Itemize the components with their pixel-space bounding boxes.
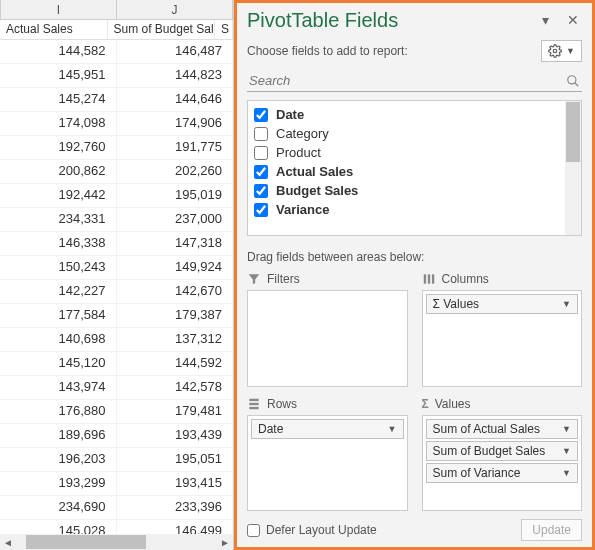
columns-dropzone[interactable]: Σ Values▼ [422, 290, 583, 387]
table-row[interactable]: 192,760191,775 [0, 136, 233, 160]
cell[interactable]: 150,243 [0, 256, 117, 279]
defer-layout-checkbox[interactable] [247, 524, 260, 537]
cell[interactable]: 174,906 [117, 112, 234, 135]
field-item[interactable]: Budget Sales [254, 181, 575, 200]
table-row[interactable]: 176,880179,481 [0, 400, 233, 424]
field-item[interactable]: Date [254, 105, 575, 124]
area-chip[interactable]: Σ Values▼ [426, 294, 579, 314]
cell[interactable]: 144,823 [117, 64, 234, 87]
cell[interactable]: 147,318 [117, 232, 234, 255]
field-item[interactable]: Actual Sales [254, 162, 575, 181]
cell[interactable]: 174,098 [0, 112, 117, 135]
scroll-left-arrow[interactable]: ◄ [0, 534, 16, 550]
area-chip[interactable]: Sum of Budget Sales▼ [426, 441, 579, 461]
search-input[interactable] [249, 73, 566, 88]
cell[interactable]: 145,274 [0, 88, 117, 111]
table-row[interactable]: 234,331237,000 [0, 208, 233, 232]
cell[interactable]: 192,760 [0, 136, 117, 159]
table-row[interactable]: 145,274144,646 [0, 88, 233, 112]
cell[interactable]: 202,260 [117, 160, 234, 183]
table-row[interactable]: 234,690233,396 [0, 496, 233, 520]
table-row[interactable]: 174,098174,906 [0, 112, 233, 136]
rows-dropzone[interactable]: Date▼ [247, 415, 408, 512]
field-checkbox[interactable] [254, 203, 268, 217]
cell[interactable]: 137,312 [117, 328, 234, 351]
cell[interactable]: 145,951 [0, 64, 117, 87]
cell[interactable]: 191,775 [117, 136, 234, 159]
field-list-scrollbar[interactable] [565, 101, 581, 235]
search-box[interactable] [247, 70, 582, 92]
field-item[interactable]: Variance [254, 200, 575, 219]
cell[interactable]: 193,299 [0, 472, 117, 495]
field-checkbox[interactable] [254, 146, 268, 160]
cell[interactable]: 179,481 [117, 400, 234, 423]
cell[interactable]: 140,698 [0, 328, 117, 351]
cell[interactable]: 149,924 [117, 256, 234, 279]
panel-close-button[interactable]: ✕ [564, 12, 582, 30]
cell[interactable]: 196,203 [0, 448, 117, 471]
table-row[interactable]: 140,698137,312 [0, 328, 233, 352]
cell[interactable]: 144,592 [117, 352, 234, 375]
cell[interactable]: 142,670 [117, 280, 234, 303]
cell[interactable]: 233,396 [117, 496, 234, 519]
scroll-thumb[interactable] [26, 535, 146, 549]
values-dropzone[interactable]: Sum of Actual Sales▼Sum of Budget Sales▼… [422, 415, 583, 512]
table-row[interactable]: 145,120144,592 [0, 352, 233, 376]
area-chip[interactable]: Sum of Actual Sales▼ [426, 419, 579, 439]
cell[interactable]: 142,578 [117, 376, 234, 399]
cell[interactable]: 144,646 [117, 88, 234, 111]
table-row[interactable]: 142,227142,670 [0, 280, 233, 304]
cell[interactable]: 179,387 [117, 304, 234, 327]
update-button[interactable]: Update [521, 519, 582, 541]
header-budget-sales[interactable]: Sum of Budget Sales [108, 20, 216, 39]
header-truncated[interactable]: S [215, 20, 233, 39]
table-row[interactable]: 189,696193,439 [0, 424, 233, 448]
field-list-options-button[interactable]: ▼ [541, 40, 582, 62]
col-letter-j[interactable]: J [117, 0, 233, 19]
cell[interactable]: 146,487 [117, 40, 234, 63]
field-list-scroll-thumb[interactable] [566, 102, 580, 162]
table-row[interactable]: 150,243149,924 [0, 256, 233, 280]
field-checkbox[interactable] [254, 184, 268, 198]
panel-menu-button[interactable]: ▾ [536, 12, 554, 30]
cell[interactable]: 142,227 [0, 280, 117, 303]
table-row[interactable]: 193,299193,415 [0, 472, 233, 496]
filters-dropzone[interactable] [247, 290, 408, 387]
cell[interactable]: 145,120 [0, 352, 117, 375]
table-row[interactable]: 196,203195,051 [0, 448, 233, 472]
area-chip[interactable]: Date▼ [251, 419, 404, 439]
table-row[interactable]: 144,582146,487 [0, 40, 233, 64]
cell[interactable]: 234,331 [0, 208, 117, 231]
table-row[interactable]: 145,951144,823 [0, 64, 233, 88]
cell[interactable]: 192,442 [0, 184, 117, 207]
field-list[interactable]: DateCategoryProductActual SalesBudget Sa… [247, 100, 582, 236]
field-checkbox[interactable] [254, 165, 268, 179]
cell[interactable]: 237,000 [117, 208, 234, 231]
table-row[interactable]: 146,338147,318 [0, 232, 233, 256]
table-row[interactable]: 200,862202,260 [0, 160, 233, 184]
scroll-track[interactable] [16, 534, 217, 550]
cell[interactable]: 176,880 [0, 400, 117, 423]
cell[interactable]: 200,862 [0, 160, 117, 183]
cell[interactable]: 234,690 [0, 496, 117, 519]
area-chip[interactable]: Sum of Variance▼ [426, 463, 579, 483]
field-item[interactable]: Category [254, 124, 575, 143]
col-letter-i[interactable]: I [0, 0, 117, 19]
horizontal-scrollbar[interactable]: ◄ ► [0, 534, 233, 550]
cell[interactable]: 144,582 [0, 40, 117, 63]
table-row[interactable]: 177,584179,387 [0, 304, 233, 328]
table-row[interactable]: 192,442195,019 [0, 184, 233, 208]
cell[interactable]: 177,584 [0, 304, 117, 327]
cell[interactable]: 195,051 [117, 448, 234, 471]
scroll-right-arrow[interactable]: ► [217, 534, 233, 550]
cell[interactable]: 146,338 [0, 232, 117, 255]
field-item[interactable]: Product [254, 143, 575, 162]
cell[interactable]: 193,415 [117, 472, 234, 495]
cell[interactable]: 143,974 [0, 376, 117, 399]
field-checkbox[interactable] [254, 127, 268, 141]
cell[interactable]: 193,439 [117, 424, 234, 447]
header-actual-sales[interactable]: Actual Sales [0, 20, 108, 39]
cell[interactable]: 195,019 [117, 184, 234, 207]
table-row[interactable]: 143,974142,578 [0, 376, 233, 400]
field-checkbox[interactable] [254, 108, 268, 122]
